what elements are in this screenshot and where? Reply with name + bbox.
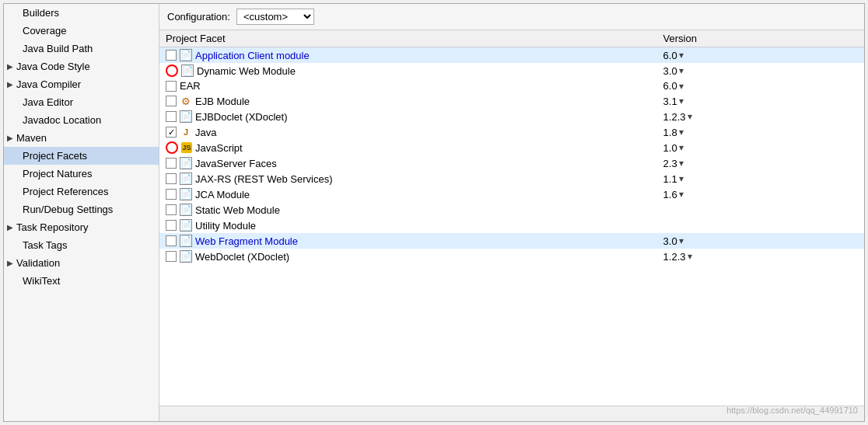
version-value: 1.1 bbox=[663, 173, 677, 185]
version-dropdown-icon[interactable]: ▾ bbox=[679, 65, 684, 76]
version-cell: 1.2.3 ▾ bbox=[657, 109, 830, 124]
sidebar-item-label: Java Build Path bbox=[23, 43, 93, 54]
facet-name: JCA Module bbox=[195, 189, 250, 200]
version-dropdown-icon[interactable]: ▾ bbox=[679, 127, 684, 138]
col-header-extra bbox=[830, 30, 864, 47]
doc-icon: 📄 bbox=[180, 219, 192, 232]
facet-checkbox[interactable] bbox=[166, 251, 177, 262]
facet-checkbox[interactable] bbox=[166, 50, 177, 61]
extra-cell bbox=[830, 155, 864, 171]
table-row: 📄Web Fragment Module3.0 ▾ bbox=[159, 233, 864, 249]
extra-cell bbox=[830, 186, 864, 202]
version-dropdown-icon[interactable]: ▾ bbox=[679, 142, 684, 153]
sidebar-item-label: Java Compiler bbox=[16, 78, 81, 90]
facet-checkbox[interactable] bbox=[166, 96, 177, 106]
sidebar-item-project-references[interactable]: Project References bbox=[4, 183, 159, 200]
sidebar-item-label: Coverage bbox=[23, 25, 66, 37]
expand-arrow-icon: ▶ bbox=[7, 223, 15, 232]
table-row: 📄JAX-RS (REST Web Services)1.1 ▾ bbox=[159, 171, 864, 186]
doc-icon: 📄 bbox=[181, 64, 194, 77]
table-row: 📄WebDoclet (XDoclet)1.2.3 ▾ bbox=[159, 249, 864, 264]
version-dropdown-icon[interactable]: ▾ bbox=[688, 251, 692, 262]
facet-checkbox[interactable] bbox=[166, 81, 177, 92]
version-cell: 3.0 ▾ bbox=[657, 233, 830, 249]
facet-checkbox[interactable] bbox=[166, 141, 178, 154]
facet-cell: JJava bbox=[159, 124, 657, 140]
facet-cell: EAR bbox=[159, 78, 657, 93]
table-row: 📄Utility Module bbox=[159, 218, 864, 233]
version-value: 1.0 bbox=[663, 142, 677, 154]
facet-checkbox[interactable] bbox=[166, 189, 177, 200]
sidebar-item-java-compiler[interactable]: ▶Java Compiler bbox=[4, 75, 159, 93]
doc-icon: 📄 bbox=[180, 250, 192, 263]
sidebar-item-javadoc-location[interactable]: Javadoc Location bbox=[4, 111, 159, 129]
sidebar-item-builders[interactable]: Builders bbox=[4, 4, 159, 22]
facet-name: Dynamic Web Module bbox=[197, 65, 296, 77]
facet-checkbox[interactable] bbox=[166, 64, 178, 77]
version-value: 1.8 bbox=[663, 127, 677, 138]
version-cell: 2.3 ▾ bbox=[657, 155, 830, 171]
doc-icon: 📄 bbox=[180, 157, 192, 169]
version-dropdown-icon[interactable]: ▾ bbox=[679, 173, 684, 184]
facets-table: Project Facet Version 📄Application Clien… bbox=[159, 30, 864, 264]
facet-checkbox[interactable] bbox=[166, 127, 177, 138]
expand-arrow-icon: ▶ bbox=[7, 62, 15, 71]
doc-icon: 📄 bbox=[180, 204, 192, 216]
sidebar-item-maven[interactable]: ▶Maven bbox=[4, 129, 159, 147]
config-select[interactable]: <custom> bbox=[236, 9, 314, 25]
version-dropdown-icon[interactable]: ▾ bbox=[688, 111, 692, 122]
facet-checkbox[interactable] bbox=[166, 173, 177, 184]
facet-cell: 📄Utility Module bbox=[159, 218, 657, 233]
facet-name: JavaScript bbox=[195, 142, 243, 154]
sidebar-item-label: Validation bbox=[16, 257, 60, 269]
facet-name: JAX-RS (REST Web Services) bbox=[195, 173, 333, 185]
facet-name: EJB Module bbox=[195, 96, 250, 107]
sidebar-item-java-code-style[interactable]: ▶Java Code Style bbox=[4, 57, 159, 75]
col-header-facet: Project Facet bbox=[159, 30, 657, 47]
sidebar-item-coverage[interactable]: Coverage bbox=[4, 22, 159, 40]
sidebar-item-label: Javadoc Location bbox=[23, 114, 101, 126]
facet-checkbox[interactable] bbox=[166, 158, 177, 169]
gear-icon: ⚙ bbox=[180, 95, 192, 107]
sidebar-item-wikitext[interactable]: WikiText bbox=[4, 272, 159, 290]
sidebar-item-label: Task Tags bbox=[23, 239, 68, 251]
table-row: ⚙EJB Module3.1 ▾ bbox=[159, 93, 864, 109]
facet-checkbox[interactable] bbox=[166, 235, 177, 246]
extra-cell bbox=[830, 47, 864, 64]
facet-checkbox[interactable] bbox=[166, 220, 177, 231]
facet-checkbox[interactable] bbox=[166, 111, 177, 122]
version-dropdown-icon[interactable]: ▾ bbox=[679, 158, 684, 169]
version-dropdown-icon[interactable]: ▾ bbox=[679, 50, 684, 61]
table-row: 📄JavaServer Faces2.3 ▾ bbox=[159, 155, 864, 171]
version-cell: 6.0 ▾ bbox=[657, 78, 830, 93]
extra-cell bbox=[830, 249, 864, 264]
facet-cell: 📄WebDoclet (XDoclet) bbox=[159, 249, 657, 264]
version-dropdown-icon[interactable]: ▾ bbox=[679, 189, 684, 200]
sidebar-item-validation[interactable]: ▶Validation bbox=[4, 254, 159, 272]
facet-name: Static Web Module bbox=[195, 204, 280, 216]
extra-cell bbox=[830, 63, 864, 78]
table-row: 📄Dynamic Web Module3.0 ▾ bbox=[159, 63, 864, 78]
sidebar-item-java-editor[interactable]: Java Editor bbox=[4, 93, 159, 111]
table-row: 📄JCA Module1.6 ▾ bbox=[159, 186, 864, 202]
sidebar-item-label: Java Code Style bbox=[16, 61, 90, 72]
facet-cell: 📄JAX-RS (REST Web Services) bbox=[159, 171, 657, 186]
facet-checkbox[interactable] bbox=[166, 204, 177, 215]
version-dropdown-icon[interactable]: ▾ bbox=[679, 81, 684, 92]
sidebar-item-task-repository[interactable]: ▶Task Repository bbox=[4, 218, 159, 236]
sidebar-item-task-tags[interactable]: Task Tags bbox=[4, 236, 159, 254]
version-dropdown-icon[interactable]: ▾ bbox=[679, 96, 684, 106]
col-header-version: Version bbox=[657, 30, 830, 47]
version-cell: 6.0 ▾ bbox=[657, 47, 830, 64]
version-cell: 1.2.3 ▾ bbox=[657, 249, 830, 264]
version-cell: 3.0 ▾ bbox=[657, 63, 830, 78]
sidebar-item-label: Maven bbox=[16, 132, 47, 144]
sidebar-item-run/debug-settings[interactable]: Run/Debug Settings bbox=[4, 200, 159, 218]
sidebar-item-project-facets[interactable]: Project Facets bbox=[4, 147, 159, 165]
facet-cell: 📄Application Client module bbox=[159, 47, 657, 64]
sidebar-item-label: Project References bbox=[23, 186, 109, 197]
version-dropdown-icon[interactable]: ▾ bbox=[679, 235, 684, 246]
sidebar-item-java-build-path[interactable]: Java Build Path bbox=[4, 40, 159, 57]
sidebar-item-project-natures[interactable]: Project Natures bbox=[4, 165, 159, 183]
doc-icon: 📄 bbox=[180, 49, 192, 61]
